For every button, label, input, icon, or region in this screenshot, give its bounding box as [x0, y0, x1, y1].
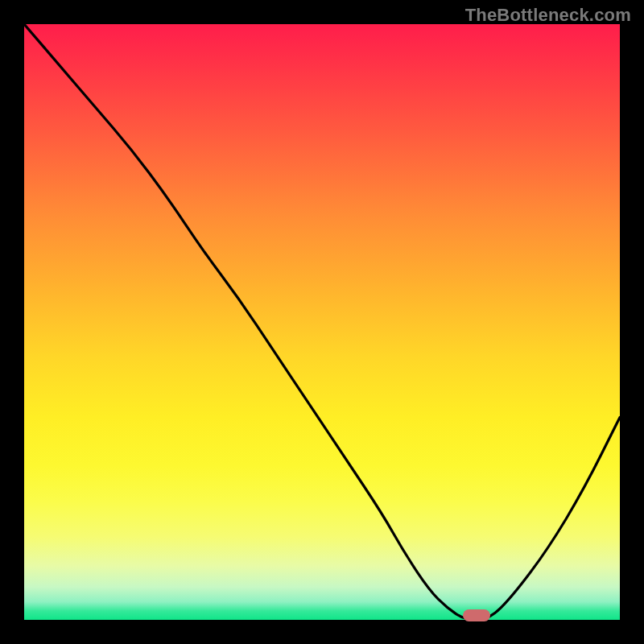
chart-container: TheBottleneck.com [0, 0, 644, 644]
plot-area [24, 24, 620, 620]
bottleneck-curve [24, 24, 620, 620]
optimal-marker [463, 609, 490, 621]
curve-svg [24, 24, 620, 620]
watermark-text: TheBottleneck.com [465, 5, 631, 26]
